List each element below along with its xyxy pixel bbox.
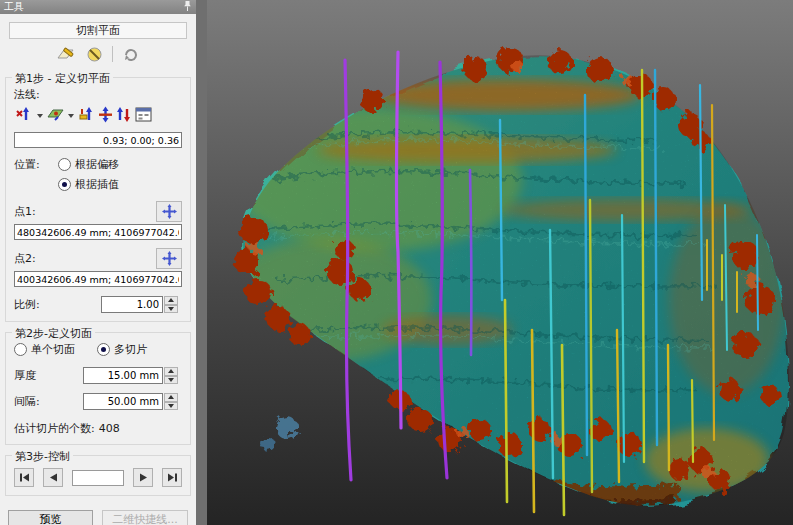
next-slice-button[interactable] <box>133 468 153 487</box>
slice-navigation <box>14 468 182 487</box>
dialog-settings-icon[interactable] <box>135 107 152 125</box>
normal-label: 法线: <box>14 87 182 102</box>
point2-pick-button[interactable] <box>156 248 182 269</box>
point2-field[interactable] <box>14 271 182 287</box>
spacing-down-icon[interactable] <box>164 402 178 411</box>
point1-field[interactable] <box>14 224 182 240</box>
radio-by-offset-label: 根据偏移 <box>75 157 119 172</box>
position-label: 位置: <box>14 157 58 172</box>
spacing-spinner <box>83 393 178 410</box>
toolbar-separator <box>112 46 113 62</box>
radio-single-section-label: 单个切面 <box>31 342 75 357</box>
pin-icon[interactable] <box>183 0 192 14</box>
step1-legend: 第1步 - 定义切平面 <box>12 71 113 86</box>
point1-pick-button[interactable] <box>156 201 182 222</box>
radio-by-interpolation-circle[interactable] <box>58 178 71 191</box>
cutting-plane-header-label: 切割平面 <box>76 23 120 38</box>
align-normal-icon[interactable] <box>78 106 95 126</box>
panel-toolbar <box>0 41 196 67</box>
slice-index-field[interactable] <box>72 470 124 486</box>
scale-spinner <box>101 296 178 313</box>
radio-by-offset-circle[interactable] <box>58 158 71 171</box>
step2-group: 第2步-定义切面 单个切面 多切片 厚度 间隔: <box>5 332 191 445</box>
radio-by-interpolation[interactable]: 根据插值 <box>58 177 119 192</box>
estimate-label: 估计切片的个数: <box>14 421 95 436</box>
dropdown-caret-icon[interactable] <box>37 114 43 118</box>
previous-slice-button[interactable] <box>43 468 63 487</box>
scale-down-icon[interactable] <box>164 305 178 314</box>
scale-field[interactable] <box>101 296 163 313</box>
step3-legend: 第3步-控制 <box>12 449 73 464</box>
preview-button[interactable]: 预览 <box>8 510 93 525</box>
step2-legend: 第2步-定义切面 <box>12 326 95 341</box>
last-slice-button[interactable] <box>162 468 182 487</box>
step3-group: 第3步-控制 <box>5 455 191 496</box>
flip-normal-icon[interactable] <box>98 106 113 126</box>
panel-title: 工具 <box>4 0 24 14</box>
plane-normal-icon[interactable] <box>47 107 64 125</box>
thickness-down-icon[interactable] <box>164 376 178 385</box>
application-window: 工具 切割平面 第1步 - 定义切平面 法线: <box>0 0 793 525</box>
radio-single-section[interactable]: 单个切面 <box>14 342 75 357</box>
dropdown-caret-icon[interactable] <box>68 114 74 118</box>
pick-axis-icon[interactable] <box>16 106 33 126</box>
radio-multi-slices-label: 多切片 <box>114 342 147 357</box>
step1-group: 第1步 - 定义切平面 法线: <box>5 77 191 322</box>
viewport-3d[interactable] <box>207 0 793 525</box>
panel-viewport-divider <box>196 0 207 525</box>
invert-direction-icon[interactable] <box>116 106 132 126</box>
tools-panel: 工具 切割平面 第1步 - 定义切平面 法线: <box>0 0 196 525</box>
point-cloud-render <box>207 0 793 525</box>
radio-by-interpolation-label: 根据插值 <box>75 177 119 192</box>
first-slice-button[interactable] <box>14 468 34 487</box>
radio-multi-slices[interactable]: 多切片 <box>97 342 147 357</box>
radio-multi-slices-circle[interactable] <box>97 343 110 356</box>
toggle-plane-icon[interactable] <box>83 44 105 64</box>
spacing-field[interactable] <box>83 393 163 410</box>
radio-single-section-circle[interactable] <box>14 343 27 356</box>
point2-label: 点2: <box>14 251 36 266</box>
options-icon[interactable] <box>120 44 142 64</box>
thickness-label: 厚度 <box>14 368 36 383</box>
radio-by-offset[interactable]: 根据偏移 <box>58 157 119 172</box>
thickness-field[interactable] <box>83 367 163 384</box>
estimate-value: 408 <box>99 422 120 435</box>
scale-up-icon[interactable] <box>164 296 178 305</box>
shortcut-2d-button[interactable]: 二维快捷线... <box>102 510 188 525</box>
spacing-label: 间隔: <box>14 394 40 409</box>
point1-label: 点1: <box>14 204 36 219</box>
normal-vector-field[interactable] <box>14 132 182 148</box>
thickness-spinner <box>83 367 178 384</box>
edit-plane-icon[interactable] <box>54 44 76 64</box>
panel-titlebar: 工具 <box>0 0 196 14</box>
scale-label: 比例: <box>14 297 40 312</box>
cutting-plane-header: 切割平面 <box>9 22 187 39</box>
normal-icon-row <box>16 106 182 126</box>
thickness-up-icon[interactable] <box>164 367 178 376</box>
spacing-up-icon[interactable] <box>164 393 178 402</box>
